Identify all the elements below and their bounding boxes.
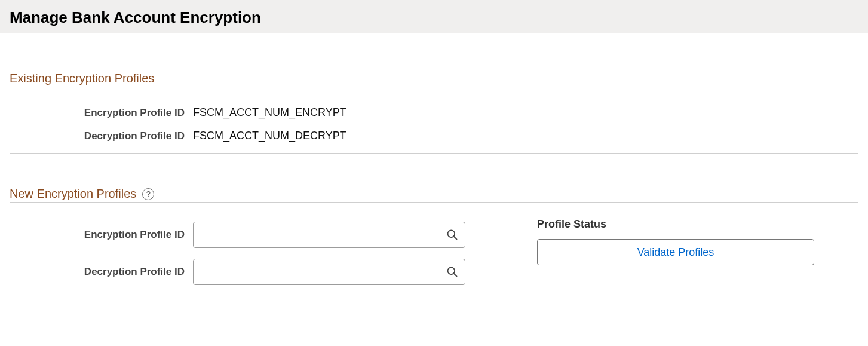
svg-line-1 [454, 237, 457, 240]
new-decryption-row: Decryption Profile ID [20, 259, 465, 285]
search-icon [446, 266, 458, 278]
profile-status-heading: Profile Status [537, 218, 814, 231]
new-encryption-row: Encryption Profile ID [20, 222, 465, 248]
new-section-title: New Encryption Profiles [10, 187, 136, 201]
new-decryption-label: Decryption Profile ID [20, 266, 193, 278]
encryption-lookup-button[interactable] [440, 223, 464, 247]
existing-decryption-value: FSCM_ACCT_NUM_DECRYPT [193, 130, 346, 142]
page-title: Manage Bank Account Encryption [10, 8, 858, 27]
new-group-box: Encryption Profile ID Decryption Profile… [10, 202, 858, 296]
existing-decryption-row: Decryption Profile ID FSCM_ACCT_NUM_DECR… [20, 130, 848, 142]
decryption-profile-input[interactable] [193, 259, 465, 285]
new-encryption-label: Encryption Profile ID [20, 229, 193, 241]
existing-encryption-value: FSCM_ACCT_NUM_ENCRYPT [193, 106, 346, 119]
svg-line-3 [454, 274, 457, 277]
existing-encryption-label: Encryption Profile ID [20, 107, 193, 119]
help-icon[interactable]: ? [142, 188, 154, 200]
profile-status-column: Profile Status Validate Profiles [537, 216, 814, 265]
encryption-profile-input[interactable] [193, 222, 465, 248]
decryption-lookup-button[interactable] [440, 260, 464, 284]
existing-group-box: Encryption Profile ID FSCM_ACCT_NUM_ENCR… [10, 87, 858, 154]
validate-profiles-button[interactable]: Validate Profiles [537, 239, 814, 265]
existing-decryption-label: Decryption Profile ID [20, 130, 193, 142]
search-icon [446, 229, 458, 241]
existing-encryption-row: Encryption Profile ID FSCM_ACCT_NUM_ENCR… [20, 106, 848, 119]
existing-section-title: Existing Encryption Profiles [10, 72, 154, 85]
page-header: Manage Bank Account Encryption [0, 0, 868, 33]
new-inputs-column: Encryption Profile ID Decryption Profile… [20, 216, 465, 285]
content-area: Existing Encryption Profiles Encryption … [0, 33, 868, 306]
